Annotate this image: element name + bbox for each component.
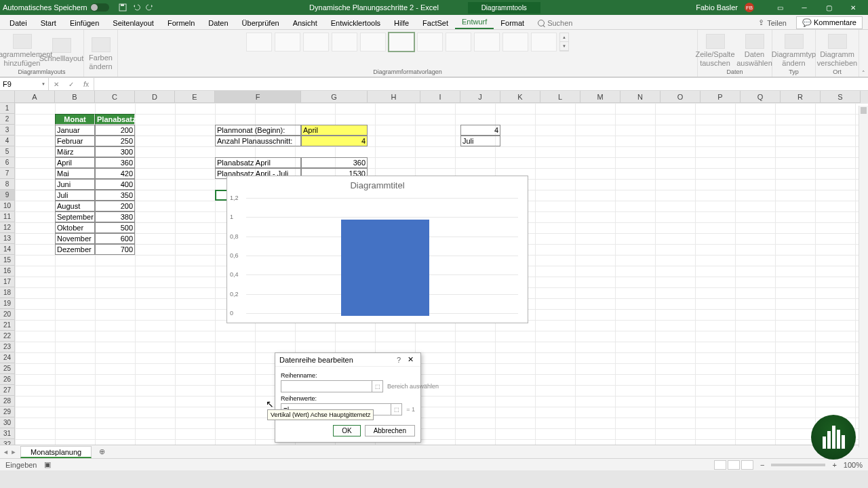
undo-icon[interactable] xyxy=(132,3,140,12)
enter-formula-icon[interactable]: ✓ xyxy=(64,78,79,90)
minimize-button[interactable]: ─ xyxy=(792,0,816,15)
row-header[interactable]: 2 xyxy=(0,114,15,125)
style-swatch[interactable] xyxy=(502,33,528,52)
add-chart-element-button[interactable]: Diagrammelement hinzufügen xyxy=(4,34,41,66)
cancel-formula-icon[interactable]: ✕ xyxy=(49,78,64,90)
cell[interactable]: 250 xyxy=(95,136,135,146)
tab-daten[interactable]: Daten xyxy=(201,16,235,29)
close-icon[interactable]: ✕ xyxy=(405,355,416,364)
range-select-icon[interactable]: ⬚ xyxy=(391,404,401,415)
cell[interactable]: Juni xyxy=(55,179,95,190)
cell[interactable]: 700 xyxy=(95,244,135,255)
cell[interactable]: April xyxy=(55,157,95,168)
row-header[interactable]: 4 xyxy=(0,136,15,146)
autosave-toggle-group[interactable]: Automatisches Speichern xyxy=(3,3,109,12)
row-header[interactable]: 17 xyxy=(0,277,15,287)
row-header[interactable]: 15 xyxy=(0,255,15,266)
gallery-more-button[interactable]: ▲▼ xyxy=(559,33,569,52)
tab-einfügen[interactable]: Einfügen xyxy=(63,16,106,29)
cell[interactable]: 400 xyxy=(95,179,135,190)
quick-layout-button[interactable]: Schnelllayout xyxy=(43,38,80,62)
cell[interactable]: 200 xyxy=(95,201,135,211)
cell[interactable]: 4 xyxy=(460,125,500,136)
row-header[interactable]: 13 xyxy=(0,233,15,244)
row-header[interactable]: 23 xyxy=(0,342,15,352)
cell[interactable]: 4 xyxy=(301,136,368,146)
row-header[interactable]: 9 xyxy=(0,190,15,201)
page-layout-view-button[interactable] xyxy=(728,460,740,470)
cell[interactable]: Monat xyxy=(55,114,95,125)
sheet-tab[interactable]: Monatsplanung xyxy=(20,446,92,458)
cell[interactable]: 420 xyxy=(95,168,135,179)
ribbon-mode-icon[interactable]: ▭ xyxy=(768,0,792,15)
cell[interactable]: Planmonat (Beginn): xyxy=(215,125,301,136)
redo-icon[interactable] xyxy=(146,3,154,12)
tab-seitenlayout[interactable]: Seitenlayout xyxy=(106,16,161,29)
column-header[interactable]: M xyxy=(580,91,620,103)
row-header[interactable]: 6 xyxy=(0,157,15,168)
cell[interactable]: 380 xyxy=(95,211,135,222)
cell[interactable]: April xyxy=(301,125,368,136)
move-chart-button[interactable]: Diagramm verschieben xyxy=(819,34,856,66)
row-header[interactable]: 12 xyxy=(0,222,15,233)
style-swatch[interactable] xyxy=(446,33,471,52)
row-header[interactable]: 32 xyxy=(0,439,15,445)
row-header[interactable]: 30 xyxy=(0,418,15,428)
cell[interactable]: Planabsatz xyxy=(95,114,135,125)
style-swatch[interactable] xyxy=(275,33,300,52)
cell[interactable]: Januar xyxy=(55,125,95,136)
vertical-scrollbar[interactable] xyxy=(859,106,868,447)
row-header[interactable]: 20 xyxy=(0,309,15,320)
range-select-icon[interactable]: ⬚ xyxy=(372,381,382,392)
style-swatch[interactable] xyxy=(474,33,500,52)
cancel-button[interactable]: Abbrechen xyxy=(365,425,415,436)
cell[interactable]: 350 xyxy=(95,190,135,201)
cell[interactable]: November xyxy=(55,233,95,244)
row-header[interactable]: 7 xyxy=(0,168,15,179)
row-header[interactable]: 10 xyxy=(0,201,15,211)
column-header[interactable]: Q xyxy=(741,91,781,103)
cell[interactable]: Oktober xyxy=(55,222,95,233)
help-button[interactable]: ? xyxy=(393,356,405,364)
chart-bar[interactable] xyxy=(341,220,429,316)
cell[interactable]: September xyxy=(55,211,95,222)
style-swatch[interactable] xyxy=(417,33,443,52)
row-header[interactable]: 19 xyxy=(0,298,15,309)
switch-row-column-button[interactable]: Zeile/Spalte tauschen xyxy=(697,34,734,66)
column-header[interactable]: L xyxy=(540,91,580,103)
series-name-field[interactable] xyxy=(281,381,372,392)
chevron-down-icon[interactable]: ▼ xyxy=(41,82,45,86)
row-header[interactable]: 26 xyxy=(0,374,15,385)
zoom-in-button[interactable]: + xyxy=(832,461,836,469)
search-tab[interactable]: Suchen xyxy=(531,16,579,29)
cell[interactable]: 500 xyxy=(95,222,135,233)
column-header[interactable]: R xyxy=(781,91,821,103)
chart-title[interactable]: Diagrammtitel xyxy=(227,176,528,195)
tab-hilfe[interactable]: Hilfe xyxy=(387,16,416,29)
tab-datei[interactable]: Datei xyxy=(3,16,34,29)
new-sheet-button[interactable]: ⊕ xyxy=(96,446,108,458)
row-header[interactable]: 18 xyxy=(0,287,15,298)
tab-entwicklertools[interactable]: Entwicklertools xyxy=(324,16,387,29)
row-header[interactable]: 3 xyxy=(0,125,15,136)
cell[interactable]: 300 xyxy=(95,146,135,157)
change-colors-button[interactable]: Farben ändern xyxy=(83,37,119,70)
cell[interactable]: Februar xyxy=(55,136,95,146)
sheet-nav[interactable]: ◄ ► xyxy=(3,449,16,455)
tab-ansicht[interactable]: Ansicht xyxy=(286,16,324,29)
cell[interactable]: Juli xyxy=(55,190,95,201)
fx-icon[interactable]: fx xyxy=(79,78,94,90)
series-name-input[interactable]: ⬚ xyxy=(281,380,383,392)
row-header[interactable]: 28 xyxy=(0,396,15,407)
row-header[interactable]: 11 xyxy=(0,211,15,222)
comments-button[interactable]: 💬 Kommentare xyxy=(796,16,863,29)
cell[interactable]: März xyxy=(55,146,95,157)
name-box[interactable]: F9 ▼ xyxy=(0,78,49,90)
cell[interactable]: 600 xyxy=(95,233,135,244)
column-header[interactable]: I xyxy=(420,91,460,103)
chart-styles-gallery[interactable]: ▲▼ xyxy=(246,33,569,52)
cell[interactable]: Planabsatz April xyxy=(215,157,301,168)
column-header[interactable]: P xyxy=(701,91,741,103)
cell[interactable]: Anzahl Planausschnitt: xyxy=(215,136,301,146)
maximize-button[interactable]: ▢ xyxy=(816,0,841,15)
